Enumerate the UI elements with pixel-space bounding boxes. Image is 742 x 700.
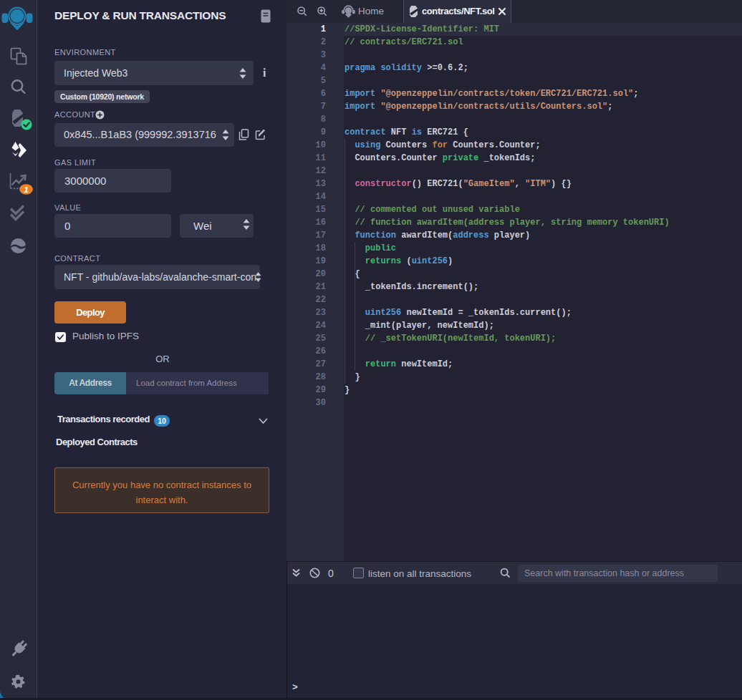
svg-text:1: 1 [24,185,28,194]
